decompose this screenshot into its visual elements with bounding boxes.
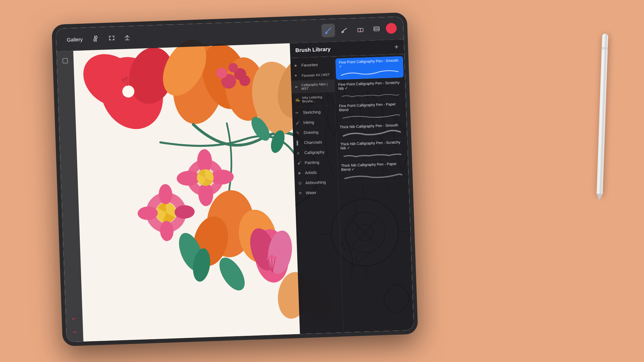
- category-label: Inking: [303, 120, 314, 125]
- category-inking[interactable]: 🖋 Inking: [292, 116, 336, 128]
- category-inking-brushes[interactable]: ✍ Inky Lettering Brushe...: [291, 92, 335, 106]
- scene: Gallery: [0, 0, 644, 362]
- inking-brushes-icon: ✍: [295, 97, 300, 102]
- brush-name: Fine Point Calligraphy Pen - Scratchy Ni…: [338, 80, 402, 91]
- artistic-icon: ◈: [298, 171, 303, 176]
- layers-tool-button[interactable]: [370, 22, 383, 36]
- category-label: Favorites: [301, 62, 318, 68]
- brush-preview: [339, 111, 403, 121]
- toolbar-right: [321, 21, 397, 38]
- apple-pencil: [597, 34, 608, 194]
- svg-line-78: [374, 29, 379, 30]
- category-sketching[interactable]: ✏ Sketching: [292, 106, 336, 118]
- category-label: Painting: [305, 160, 319, 165]
- category-faussaic[interactable]: ✦ Faussaic Kit | MST: [291, 69, 334, 80]
- calligraphy-icon: a: [297, 150, 302, 156]
- ipad-device: Gallery: [52, 12, 418, 346]
- svg-line-77: [374, 28, 379, 28]
- brush-item-tn-scratchy[interactable]: Thick Nib Calligraphy Pen - Scratchy Nib…: [337, 138, 408, 162]
- transform-icon[interactable]: [121, 31, 133, 44]
- category-artistic[interactable]: ◈ Artistic: [294, 167, 338, 178]
- color-picker-button[interactable]: [386, 23, 397, 34]
- water-icon: ≋: [298, 191, 304, 196]
- sketching-icon: ✏: [296, 110, 301, 115]
- category-water[interactable]: ≋ Water: [295, 187, 338, 198]
- brush-item-fp-scratchy[interactable]: Fine Point Calligraphy Pen - Scratchy Ni…: [335, 78, 406, 102]
- brush-panel: ★ Favorites ✦ Faussaic Kit | MST ✒ Calli…: [290, 54, 414, 334]
- category-label: Airbrushing: [305, 180, 326, 185]
- brush-preview: [340, 149, 405, 159]
- brush-item-fp-paper[interactable]: Fine Point Calligraphy Pen - Paper Blend: [335, 100, 407, 123]
- category-label: Calligraphy: [304, 150, 324, 155]
- faussaic-icon: ✦: [294, 73, 300, 78]
- category-drawing[interactable]: ✎ Drawing: [293, 126, 336, 138]
- adjustments-icon[interactable]: [90, 33, 102, 45]
- pencil-tip: [596, 194, 603, 201]
- category-label: Charcoals: [304, 140, 322, 145]
- category-favorites[interactable]: ★ Favorites: [290, 59, 334, 70]
- pencil-band: [602, 47, 608, 50]
- svg-point-72: [341, 31, 344, 34]
- brush-tool-button[interactable]: [321, 23, 335, 37]
- undo-icon[interactable]: ↩: [68, 313, 80, 324]
- painting-icon: 🖌: [297, 161, 303, 166]
- category-label: Faussaic Kit | MST: [302, 72, 330, 77]
- category-label: Drawing: [304, 130, 318, 135]
- category-charcoals[interactable]: ▌ Charcoals: [293, 136, 337, 148]
- add-brush-button[interactable]: +: [394, 43, 399, 50]
- category-label: Water: [306, 190, 316, 195]
- brush-name: Thick Nib Calligraphy Pen - Smooth: [340, 123, 404, 129]
- inking-icon: 🖋: [296, 120, 301, 125]
- svg-point-71: [325, 32, 327, 34]
- brush-name: Fine Point Calligraphy Pen - Smooth ✓: [339, 58, 400, 69]
- category-painting[interactable]: 🖌 Painting: [294, 157, 337, 168]
- brush-item-tn-paper[interactable]: Thick Nib Calligraphy Pen - Paper Blend …: [337, 159, 409, 183]
- brush-preview: [339, 68, 400, 77]
- brush-name: Thick Nib Calligraphy Pen - Paper Blend …: [341, 161, 405, 172]
- gallery-button[interactable]: Gallery: [63, 34, 87, 45]
- category-label: Inky Lettering Brushe...: [302, 95, 332, 103]
- svg-point-67: [94, 39, 96, 41]
- svg-rect-76: [374, 27, 379, 31]
- category-label: Sketching: [303, 110, 321, 115]
- drawing-icon: ✎: [296, 130, 302, 135]
- airbrushing-icon: ◎: [298, 181, 303, 186]
- category-label: Calligraphy Nibs | MST: [301, 82, 331, 90]
- charcoals-icon: ▌: [297, 140, 302, 145]
- svg-rect-79: [63, 58, 67, 63]
- svg-point-64: [95, 36, 97, 38]
- selection-icon[interactable]: [105, 32, 118, 44]
- brush-item-tn-smooth[interactable]: Thick Nib Calligraphy Pen - Smooth: [336, 121, 407, 140]
- brush-list: Fine Point Calligraphy Pen - Smooth ✓ Fi…: [334, 54, 414, 333]
- favorites-icon: ★: [294, 63, 299, 68]
- category-calligraphy-nibs[interactable]: ✒ Calligraphy Nibs | MST: [291, 79, 335, 93]
- category-label: Artistic: [305, 170, 317, 175]
- ipad-screen: Gallery: [56, 16, 414, 342]
- smudge-tool-button[interactable]: [337, 23, 351, 37]
- brush-name: Thick Nib Calligraphy Pen - Scratchy Nib…: [340, 140, 404, 150]
- brush-name: Fine Point Calligraphy Pen - Paper Blend: [339, 102, 403, 112]
- calligraphy-nibs-icon: ✒: [294, 84, 299, 89]
- brush-preview: [341, 171, 406, 181]
- redo-icon[interactable]: ↪: [69, 326, 80, 338]
- eraser-tool-button[interactable]: [354, 22, 367, 36]
- category-airbrushing[interactable]: ◎ Airbrushing: [294, 177, 338, 188]
- modify-icon[interactable]: [59, 55, 71, 67]
- brush-preview: [338, 90, 402, 100]
- brush-preview: [340, 128, 404, 138]
- brush-library-title: Brush Library: [295, 44, 394, 53]
- brush-item-fp-smooth[interactable]: Fine Point Calligraphy Pen - Smooth ✓: [335, 56, 404, 80]
- category-calligraphy[interactable]: a Calligraphy: [293, 146, 337, 158]
